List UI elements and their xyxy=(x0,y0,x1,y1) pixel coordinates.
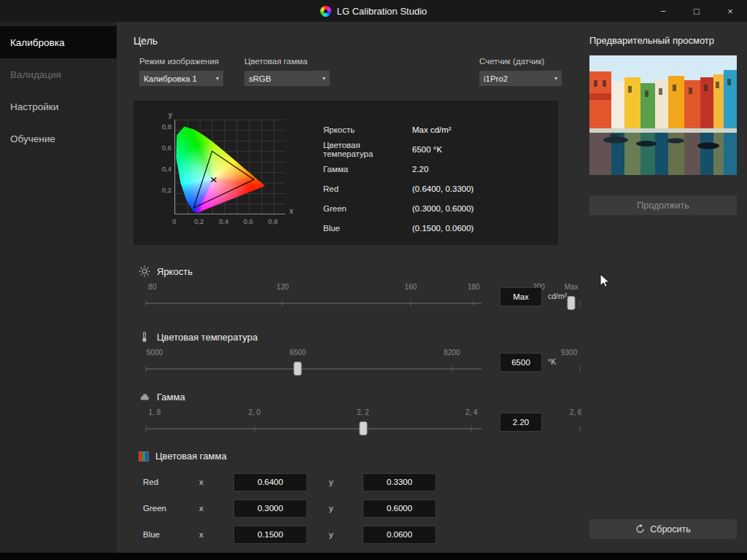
titlebar: LG Calibration Studio − □ × xyxy=(0,0,747,22)
sidebar-item-label: Обучение xyxy=(10,133,55,144)
tick-label: 2, 4 xyxy=(465,408,478,416)
gamut-rows: Red x 0.6400 y 0.3300 Green x 0.3000 y 0… xyxy=(133,469,580,548)
brightness-value-input[interactable]: Max xyxy=(500,287,542,306)
sidebar-item-training[interactable]: Обучение xyxy=(0,122,117,155)
red-y-input[interactable]: 0.3300 xyxy=(363,473,436,491)
brightness-title: Яркость xyxy=(157,266,193,277)
color-gamut-label: Цветовая гамма xyxy=(244,57,330,66)
sensor-select[interactable]: i1Pro2 ▾ xyxy=(479,71,562,86)
temperature-unit: °K xyxy=(548,357,556,366)
color-gamut-field: Цветовая гамма sRGB ▾ xyxy=(244,57,330,86)
sidebar-item-label: Настройки xyxy=(10,101,58,112)
brightness-slider-thumb[interactable] xyxy=(568,296,576,310)
y-tick-label: 0,4 xyxy=(152,165,171,173)
gamut-row-blue: Blue x 0.1500 y 0.0600 xyxy=(143,521,580,548)
tick-label: 2, 2 xyxy=(357,408,369,416)
info-row-gamma: Гамма2.20 xyxy=(323,159,545,179)
temperature-section-head: Цветовая температура xyxy=(139,331,580,343)
red-x-input[interactable]: 0.6400 xyxy=(233,473,307,491)
axis-x-label: x xyxy=(199,478,205,486)
target-info-list: ЯркостьMax cd/m² Цветовая температура650… xyxy=(323,111,545,235)
x-tick-label: 0,4 xyxy=(219,217,228,225)
axis-x-label: x xyxy=(199,504,205,513)
close-button[interactable]: × xyxy=(713,0,747,22)
info-label: Green xyxy=(323,204,412,213)
app-window: LG Calibration Studio − □ × Калибровка В… xyxy=(0,0,747,560)
sidebar-item-label: Валидация xyxy=(10,69,61,80)
temperature-slider-thumb[interactable] xyxy=(294,362,302,376)
gamut-row-label: Red xyxy=(143,478,199,486)
green-y-input[interactable]: 0.6000 xyxy=(363,499,436,518)
tick-label: 6500 xyxy=(290,349,306,357)
tick-label: 180 xyxy=(468,283,480,291)
reset-refresh-icon xyxy=(635,524,645,534)
sidebar-item-validation[interactable]: Валидация xyxy=(0,58,117,90)
sidebar-item-label: Калибровка xyxy=(10,37,64,48)
x-tick-label: 0 xyxy=(172,217,176,225)
info-value: Max cd/m² xyxy=(412,125,452,134)
y-tick-label: 0,8 xyxy=(152,122,171,131)
blue-y-input[interactable]: 0.0600 xyxy=(363,526,436,544)
info-value: (0.6400, 0.3300) xyxy=(412,184,473,193)
info-value: 2.20 xyxy=(412,165,428,174)
gamma-slider: 1, 8 2, 0 2, 2 2, 4 2, 6 2.20 xyxy=(146,408,580,440)
minimize-button[interactable]: − xyxy=(646,0,680,22)
info-label: Цветовая температура xyxy=(323,141,412,158)
info-row-red: Red(0.6400, 0.3300) xyxy=(323,179,545,198)
preview-panel: Предварительный просмотр xyxy=(580,22,747,560)
preview-image xyxy=(589,55,737,175)
reset-button[interactable]: Сбросить xyxy=(589,519,737,539)
gamut-row-green: Green x 0.3000 y 0.6000 xyxy=(143,495,580,521)
cie-chromaticity-chart: y x 0,8 0,6 0,4 0,2 xyxy=(147,111,306,235)
gamma-slider-track[interactable] xyxy=(146,428,481,429)
gamma-value-input[interactable]: 2.20 xyxy=(500,413,542,432)
target-controls-row: Режим изображения Калибровка 1 ▾ Цветова… xyxy=(139,57,580,86)
tick-label: 5000 xyxy=(147,349,163,357)
tick-label: 2, 0 xyxy=(248,408,260,416)
temperature-value-input[interactable]: 6500 xyxy=(500,353,542,372)
cie-plot-area xyxy=(174,120,285,214)
info-label: Red xyxy=(323,184,412,193)
x-tick-label: 0,8 xyxy=(268,217,277,225)
maximize-button[interactable]: □ xyxy=(680,0,713,22)
blue-x-input[interactable]: 0.1500 xyxy=(233,526,307,544)
gamma-section-head: Гамма xyxy=(139,391,580,402)
app-logo-icon xyxy=(320,6,331,17)
sidebar-item-settings[interactable]: Настройки xyxy=(0,90,117,122)
green-x-input[interactable]: 0.3000 xyxy=(233,499,307,518)
axis-x-label: x xyxy=(199,530,205,539)
axis-y-label: y xyxy=(329,504,335,513)
info-row-brightness: ЯркостьMax cd/m² xyxy=(323,120,545,139)
window-title: LG Calibration Studio xyxy=(337,6,427,17)
sensor-label: Счетчик (датчик) xyxy=(479,57,562,66)
picture-mode-label: Режим изображения xyxy=(139,57,223,66)
tick-label: 9300 xyxy=(561,349,577,357)
gamut-title: Цветовая гамма xyxy=(155,451,227,462)
info-value: (0.1500, 0.0600) xyxy=(412,224,473,233)
temperature-slider-track[interactable] xyxy=(146,368,481,370)
sidebar-item-calibration[interactable]: Калибровка xyxy=(0,26,117,58)
rgb-gamut-icon xyxy=(139,451,149,462)
white-point-marker xyxy=(212,178,217,182)
gamut-row-red: Red x 0.6400 y 0.3300 xyxy=(143,469,580,495)
picture-mode-select[interactable]: Калибровка 1 ▾ xyxy=(139,71,223,86)
continue-button-label: Продолжить xyxy=(637,201,689,211)
gamma-slider-thumb[interactable] xyxy=(359,421,367,435)
picture-mode-field: Режим изображения Калибровка 1 ▾ xyxy=(139,57,223,86)
axis-y-label: y xyxy=(329,530,335,539)
preview-heading: Предварительный просмотр xyxy=(589,35,747,46)
continue-button[interactable]: Продолжить xyxy=(589,195,737,215)
target-heading: Цель xyxy=(133,35,580,47)
y-tick-label: 0,6 xyxy=(152,144,171,152)
srgb-gamut-triangle xyxy=(175,120,286,214)
tick-label: 80 xyxy=(148,283,156,291)
info-label: Blue xyxy=(323,224,412,233)
tick-label: 160 xyxy=(405,283,417,291)
brightness-slider-track[interactable] xyxy=(146,303,481,304)
color-gamut-select[interactable]: sRGB ▾ xyxy=(244,71,330,86)
gamma-icon xyxy=(139,391,150,402)
sensor-field: Счетчик (датчик) i1Pro2 ▾ xyxy=(479,57,562,86)
info-label: Гамма xyxy=(323,165,412,174)
brightness-unit: cd/m² xyxy=(548,292,567,300)
gamma-title: Гамма xyxy=(157,392,185,402)
